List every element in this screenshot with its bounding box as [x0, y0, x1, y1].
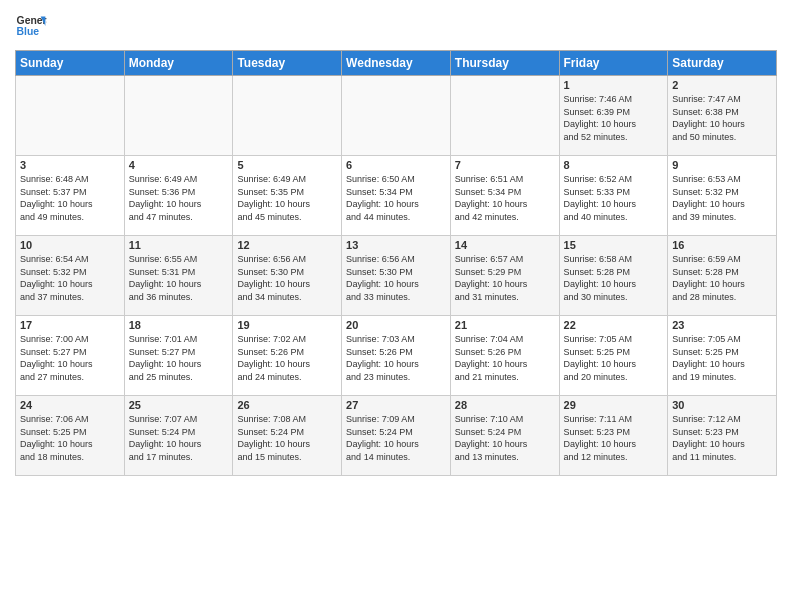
- day-number: 27: [346, 399, 446, 411]
- calendar-cell: 22Sunrise: 7:05 AM Sunset: 5:25 PM Dayli…: [559, 316, 668, 396]
- calendar-cell: 6Sunrise: 6:50 AM Sunset: 5:34 PM Daylig…: [342, 156, 451, 236]
- day-info: Sunrise: 7:05 AM Sunset: 5:25 PM Dayligh…: [564, 333, 664, 383]
- day-number: 18: [129, 319, 229, 331]
- day-info: Sunrise: 7:09 AM Sunset: 5:24 PM Dayligh…: [346, 413, 446, 463]
- svg-text:Blue: Blue: [17, 26, 40, 37]
- day-number: 24: [20, 399, 120, 411]
- day-info: Sunrise: 6:48 AM Sunset: 5:37 PM Dayligh…: [20, 173, 120, 223]
- weekday-header: Saturday: [668, 51, 777, 76]
- calendar-cell: [450, 76, 559, 156]
- calendar-cell: [124, 76, 233, 156]
- calendar-cell: 4Sunrise: 6:49 AM Sunset: 5:36 PM Daylig…: [124, 156, 233, 236]
- calendar-cell: 3Sunrise: 6:48 AM Sunset: 5:37 PM Daylig…: [16, 156, 125, 236]
- day-info: Sunrise: 6:57 AM Sunset: 5:29 PM Dayligh…: [455, 253, 555, 303]
- calendar-cell: 30Sunrise: 7:12 AM Sunset: 5:23 PM Dayli…: [668, 396, 777, 476]
- day-info: Sunrise: 7:08 AM Sunset: 5:24 PM Dayligh…: [237, 413, 337, 463]
- day-number: 21: [455, 319, 555, 331]
- day-number: 10: [20, 239, 120, 251]
- day-info: Sunrise: 7:10 AM Sunset: 5:24 PM Dayligh…: [455, 413, 555, 463]
- calendar-cell: 15Sunrise: 6:58 AM Sunset: 5:28 PM Dayli…: [559, 236, 668, 316]
- day-number: 12: [237, 239, 337, 251]
- day-info: Sunrise: 7:06 AM Sunset: 5:25 PM Dayligh…: [20, 413, 120, 463]
- day-info: Sunrise: 7:05 AM Sunset: 5:25 PM Dayligh…: [672, 333, 772, 383]
- calendar-week-row: 17Sunrise: 7:00 AM Sunset: 5:27 PM Dayli…: [16, 316, 777, 396]
- day-number: 3: [20, 159, 120, 171]
- calendar-cell: 16Sunrise: 6:59 AM Sunset: 5:28 PM Dayli…: [668, 236, 777, 316]
- calendar-cell: 1Sunrise: 7:46 AM Sunset: 6:39 PM Daylig…: [559, 76, 668, 156]
- calendar-week-row: 3Sunrise: 6:48 AM Sunset: 5:37 PM Daylig…: [16, 156, 777, 236]
- day-number: 14: [455, 239, 555, 251]
- day-info: Sunrise: 7:03 AM Sunset: 5:26 PM Dayligh…: [346, 333, 446, 383]
- day-info: Sunrise: 6:53 AM Sunset: 5:32 PM Dayligh…: [672, 173, 772, 223]
- day-info: Sunrise: 6:58 AM Sunset: 5:28 PM Dayligh…: [564, 253, 664, 303]
- day-number: 26: [237, 399, 337, 411]
- calendar-cell: 10Sunrise: 6:54 AM Sunset: 5:32 PM Dayli…: [16, 236, 125, 316]
- calendar-header: SundayMondayTuesdayWednesdayThursdayFrid…: [16, 51, 777, 76]
- calendar-cell: 7Sunrise: 6:51 AM Sunset: 5:34 PM Daylig…: [450, 156, 559, 236]
- weekday-header: Tuesday: [233, 51, 342, 76]
- calendar-cell: 24Sunrise: 7:06 AM Sunset: 5:25 PM Dayli…: [16, 396, 125, 476]
- calendar-cell: 26Sunrise: 7:08 AM Sunset: 5:24 PM Dayli…: [233, 396, 342, 476]
- weekday-header: Monday: [124, 51, 233, 76]
- calendar-cell: 23Sunrise: 7:05 AM Sunset: 5:25 PM Dayli…: [668, 316, 777, 396]
- day-info: Sunrise: 7:12 AM Sunset: 5:23 PM Dayligh…: [672, 413, 772, 463]
- day-info: Sunrise: 6:54 AM Sunset: 5:32 PM Dayligh…: [20, 253, 120, 303]
- day-number: 19: [237, 319, 337, 331]
- day-number: 29: [564, 399, 664, 411]
- calendar-cell: 11Sunrise: 6:55 AM Sunset: 5:31 PM Dayli…: [124, 236, 233, 316]
- day-info: Sunrise: 6:51 AM Sunset: 5:34 PM Dayligh…: [455, 173, 555, 223]
- day-info: Sunrise: 7:01 AM Sunset: 5:27 PM Dayligh…: [129, 333, 229, 383]
- calendar-week-row: 1Sunrise: 7:46 AM Sunset: 6:39 PM Daylig…: [16, 76, 777, 156]
- calendar-cell: 21Sunrise: 7:04 AM Sunset: 5:26 PM Dayli…: [450, 316, 559, 396]
- day-number: 11: [129, 239, 229, 251]
- header: General Blue: [15, 10, 777, 42]
- calendar-cell: 17Sunrise: 7:00 AM Sunset: 5:27 PM Dayli…: [16, 316, 125, 396]
- calendar-cell: 9Sunrise: 6:53 AM Sunset: 5:32 PM Daylig…: [668, 156, 777, 236]
- day-number: 16: [672, 239, 772, 251]
- day-info: Sunrise: 7:00 AM Sunset: 5:27 PM Dayligh…: [20, 333, 120, 383]
- calendar-cell: 25Sunrise: 7:07 AM Sunset: 5:24 PM Dayli…: [124, 396, 233, 476]
- day-info: Sunrise: 7:46 AM Sunset: 6:39 PM Dayligh…: [564, 93, 664, 143]
- weekday-row: SundayMondayTuesdayWednesdayThursdayFrid…: [16, 51, 777, 76]
- day-number: 7: [455, 159, 555, 171]
- calendar-cell: 13Sunrise: 6:56 AM Sunset: 5:30 PM Dayli…: [342, 236, 451, 316]
- day-number: 13: [346, 239, 446, 251]
- day-info: Sunrise: 6:52 AM Sunset: 5:33 PM Dayligh…: [564, 173, 664, 223]
- day-number: 5: [237, 159, 337, 171]
- day-number: 30: [672, 399, 772, 411]
- calendar-cell: [233, 76, 342, 156]
- day-number: 9: [672, 159, 772, 171]
- weekday-header: Friday: [559, 51, 668, 76]
- day-number: 2: [672, 79, 772, 91]
- day-info: Sunrise: 6:49 AM Sunset: 5:35 PM Dayligh…: [237, 173, 337, 223]
- day-number: 6: [346, 159, 446, 171]
- calendar-cell: [16, 76, 125, 156]
- weekday-header: Sunday: [16, 51, 125, 76]
- calendar-table: SundayMondayTuesdayWednesdayThursdayFrid…: [15, 50, 777, 476]
- day-info: Sunrise: 7:47 AM Sunset: 6:38 PM Dayligh…: [672, 93, 772, 143]
- day-number: 8: [564, 159, 664, 171]
- calendar-cell: 18Sunrise: 7:01 AM Sunset: 5:27 PM Dayli…: [124, 316, 233, 396]
- calendar-cell: 12Sunrise: 6:56 AM Sunset: 5:30 PM Dayli…: [233, 236, 342, 316]
- calendar-cell: 8Sunrise: 6:52 AM Sunset: 5:33 PM Daylig…: [559, 156, 668, 236]
- day-number: 15: [564, 239, 664, 251]
- day-number: 17: [20, 319, 120, 331]
- calendar-cell: 19Sunrise: 7:02 AM Sunset: 5:26 PM Dayli…: [233, 316, 342, 396]
- day-info: Sunrise: 7:11 AM Sunset: 5:23 PM Dayligh…: [564, 413, 664, 463]
- day-info: Sunrise: 6:50 AM Sunset: 5:34 PM Dayligh…: [346, 173, 446, 223]
- day-info: Sunrise: 7:07 AM Sunset: 5:24 PM Dayligh…: [129, 413, 229, 463]
- day-number: 25: [129, 399, 229, 411]
- calendar-cell: 20Sunrise: 7:03 AM Sunset: 5:26 PM Dayli…: [342, 316, 451, 396]
- page: General Blue SundayMondayTuesdayWednesda…: [0, 0, 792, 612]
- calendar-week-row: 24Sunrise: 7:06 AM Sunset: 5:25 PM Dayli…: [16, 396, 777, 476]
- day-info: Sunrise: 6:56 AM Sunset: 5:30 PM Dayligh…: [346, 253, 446, 303]
- day-number: 4: [129, 159, 229, 171]
- day-number: 1: [564, 79, 664, 91]
- logo-icon: General Blue: [15, 10, 47, 42]
- day-number: 20: [346, 319, 446, 331]
- calendar-cell: [342, 76, 451, 156]
- calendar-cell: 27Sunrise: 7:09 AM Sunset: 5:24 PM Dayli…: [342, 396, 451, 476]
- day-number: 22: [564, 319, 664, 331]
- logo: General Blue: [15, 10, 47, 42]
- calendar-week-row: 10Sunrise: 6:54 AM Sunset: 5:32 PM Dayli…: [16, 236, 777, 316]
